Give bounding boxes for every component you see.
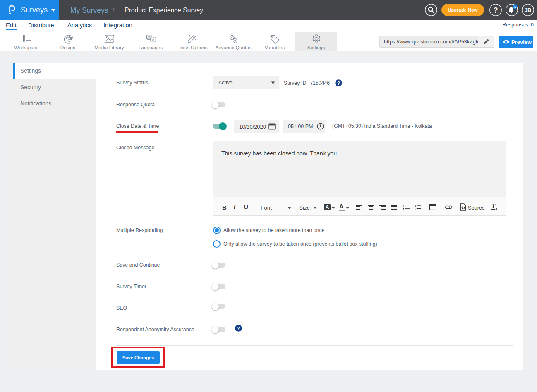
svg-text:A: A	[152, 38, 154, 42]
svg-text:?: ?	[237, 326, 240, 331]
svg-text:JB: JB	[525, 7, 532, 13]
svg-text:?: ?	[494, 6, 498, 14]
svg-text:文: 文	[147, 35, 151, 39]
svg-text:?: ?	[337, 81, 340, 86]
svg-text:2: 2	[415, 208, 417, 210]
svg-text:1: 1	[514, 5, 516, 9]
svg-text:1: 1	[415, 204, 417, 207]
